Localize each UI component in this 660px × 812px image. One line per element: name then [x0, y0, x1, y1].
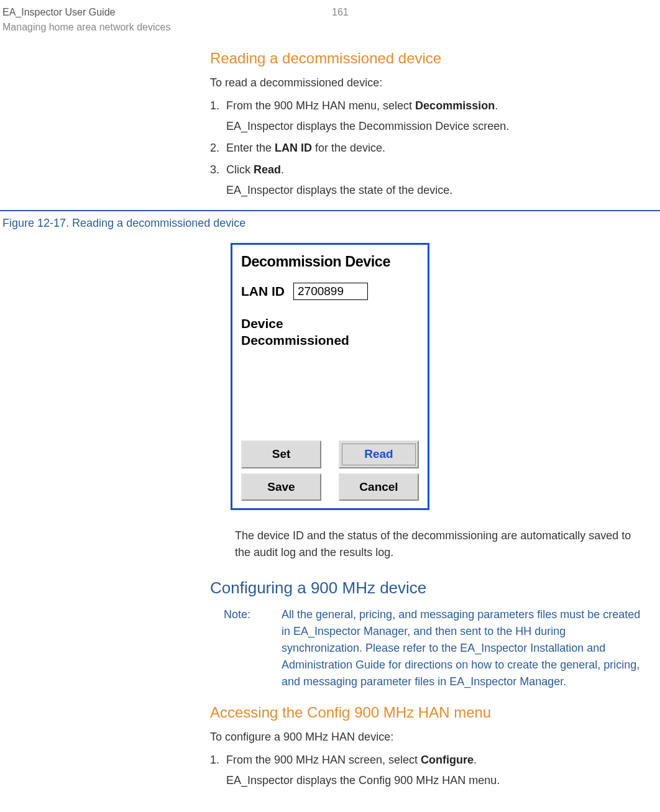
- figure-wrap: Decommission Device LAN ID Device Decomm…: [0, 243, 660, 510]
- step-3-sub: EA_Inspector displays the state of the d…: [226, 182, 648, 199]
- note-label: Note:: [224, 606, 250, 690]
- step-3-post: .: [281, 163, 284, 176]
- note-block: Note: All the general, pricing, and mess…: [224, 606, 648, 690]
- steps-list-3: From the 900 MHz HAN screen, select Conf…: [222, 752, 648, 789]
- read-button[interactable]: Read: [339, 440, 419, 468]
- step-2-pre: Enter the: [226, 142, 275, 154]
- step-1-bold: Decommission: [415, 99, 495, 112]
- lan-id-input[interactable]: [293, 283, 368, 300]
- lan-id-label: LAN ID: [241, 281, 285, 301]
- screen-title: Decommission Device: [241, 251, 419, 273]
- page-header: EA_Inspector User Guide Managing home ar…: [0, 5, 660, 35]
- note-text: All the general, pricing, and messaging …: [282, 606, 648, 690]
- step-2: Enter the LAN ID for the device.: [222, 140, 648, 157]
- figure-divider: [0, 210, 660, 211]
- step-1-pre: From the 900 MHz HAN menu, select: [226, 99, 415, 112]
- step-3-bold: Read: [254, 163, 281, 176]
- steps-list-1: From the 900 MHz HAN menu, select Decomm…: [222, 98, 648, 199]
- step-3-pre: Click: [226, 163, 254, 176]
- status-line-2: Decommissioned: [241, 332, 419, 349]
- doc-section: Managing home area network devices: [2, 20, 332, 35]
- figure-after-text: The device ID and the status of the deco…: [235, 527, 648, 561]
- intro-text-1: To read a decommissioned device:: [210, 75, 648, 91]
- save-button[interactable]: Save: [241, 473, 321, 501]
- page-number: 161: [332, 5, 349, 20]
- set-button[interactable]: Set: [241, 440, 321, 468]
- step-2-post: for the device.: [312, 142, 385, 154]
- step-2-bold: LAN ID: [275, 142, 312, 154]
- heading-configuring-900mhz: Configuring a 900 MHz device: [210, 576, 648, 600]
- heading-accessing-config-menu: Accessing the Config 900 MHz HAN menu: [210, 701, 648, 724]
- step-3-1-pre: From the 900 MHz HAN screen, select: [226, 754, 421, 766]
- figure-caption: Figure 12-17. Reading a decommissioned d…: [2, 215, 660, 232]
- heading-reading-decommissioned: Reading a decommissioned device: [210, 47, 648, 70]
- step-3: Click Read. EA_Inspector displays the st…: [222, 162, 648, 199]
- step-3-1-sub: EA_Inspector displays the Config 900 MHz…: [226, 772, 648, 789]
- step-3-1: From the 900 MHz HAN screen, select Conf…: [222, 752, 648, 789]
- step-1: From the 900 MHz HAN menu, select Decomm…: [222, 98, 648, 135]
- cancel-button[interactable]: Cancel: [339, 473, 419, 501]
- step-3-1-bold: Configure: [421, 754, 474, 766]
- step-3-1-post: .: [474, 754, 477, 766]
- status-line-1: Device: [241, 315, 419, 332]
- intro-text-3: To configure a 900 MHz HAN device:: [210, 729, 648, 746]
- step-1-sub: EA_Inspector displays the Decommission D…: [226, 118, 648, 135]
- decommission-device-screen: Decommission Device LAN ID Device Decomm…: [231, 243, 429, 510]
- device-status: Device Decommissioned: [241, 315, 419, 349]
- doc-title: EA_Inspector User Guide: [2, 5, 332, 20]
- step-1-post: .: [495, 99, 498, 112]
